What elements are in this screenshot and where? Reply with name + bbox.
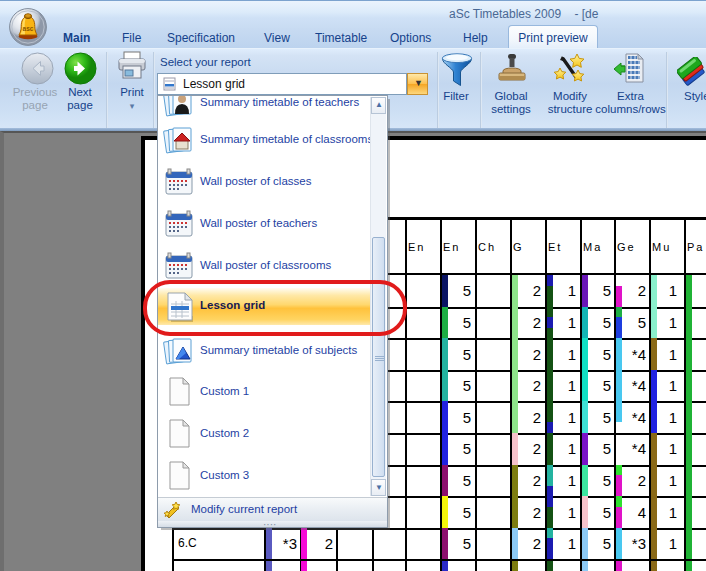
svg-text:asc: asc bbox=[23, 25, 34, 32]
